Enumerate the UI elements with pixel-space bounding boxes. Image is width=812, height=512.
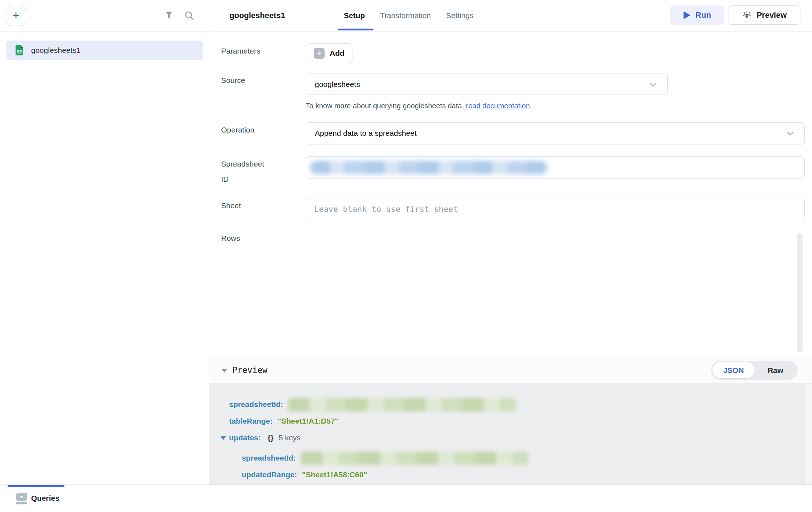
- query-list-item-googlesheets1[interactable]: googlesheets1: [6, 41, 203, 60]
- rows-editor-wrap: 12345678910 [ { "name": "John", "email":…: [306, 230, 805, 357]
- bottom-panel-bar: Queries: [0, 484, 812, 512]
- query-tabs: Setup Transformation Settings: [344, 0, 474, 31]
- preview-json-tree: spreadsheetId:tableRange:"Sheet1!A1:D57"…: [209, 384, 812, 484]
- chevron-down-icon: [786, 129, 795, 138]
- preview-key: tableRange:: [229, 417, 272, 425]
- chevron-down-icon: [648, 80, 658, 89]
- preview-entry: updates:{}5 keys: [229, 429, 812, 446]
- tab-setup[interactable]: Setup: [344, 11, 365, 20]
- source-label: Source: [221, 73, 268, 88]
- source-value: googlesheets: [315, 74, 360, 95]
- eye-icon: [742, 10, 752, 20]
- preview-string-value: "Sheet1!A1:D57": [278, 417, 338, 425]
- preview-header-bar: Preview JSON Raw: [209, 357, 812, 384]
- redacted-spreadsheet-id: [310, 161, 547, 174]
- spreadsheet-id-label: Spreadsheet ID: [221, 156, 268, 187]
- read-documentation-link[interactable]: read documentation: [466, 102, 530, 110]
- object-key-count: 5 keys: [279, 433, 301, 442]
- preview-scroll-gutter: [806, 384, 812, 484]
- add-query-button[interactable]: +: [6, 6, 26, 26]
- play-icon: [684, 11, 690, 19]
- sheet-field: [306, 198, 805, 220]
- redacted-value: [288, 398, 516, 411]
- filter-icon[interactable]: [164, 10, 174, 20]
- preview-key: spreadsheetId:: [229, 400, 283, 409]
- preview-key: spreadsheetId:: [242, 454, 296, 462]
- preview-entry: spreadsheetId:: [229, 396, 812, 413]
- parameters-label: Parameters: [221, 43, 268, 59]
- object-braces: {}: [268, 433, 274, 442]
- operation-select[interactable]: Append data to a spreadsheet: [306, 122, 805, 144]
- operation-value: Append data to a spreadsheet: [315, 123, 416, 144]
- query-editor-screen: + googlesheets1 googlesheets1: [0, 0, 812, 512]
- preview-button[interactable]: Preview: [728, 5, 800, 25]
- preview-entry: updatedRange:"Sheet1!A58:C60": [229, 466, 812, 483]
- expand-caret-icon[interactable]: [220, 436, 226, 440]
- spreadsheet-id-input[interactable]: [306, 156, 805, 179]
- preview-key: updatedRange:: [242, 470, 297, 479]
- queries-panel-icon: [16, 492, 28, 505]
- sidebar-toolbar: +: [0, 0, 209, 32]
- preview-key: updates:: [229, 433, 261, 442]
- editor-scrollbar[interactable]: [797, 233, 803, 353]
- redacted-value: [301, 452, 529, 465]
- toggle-json[interactable]: JSON: [712, 362, 754, 378]
- preview-entry: tableRange:"Sheet1!A1:D57": [229, 413, 812, 429]
- sheet-label: Sheet: [221, 198, 268, 213]
- query-list-sidebar: + googlesheets1: [0, 0, 209, 484]
- source-select[interactable]: googlesheets: [306, 74, 668, 95]
- preview-entry: spreadsheetId:: [229, 450, 812, 466]
- toggle-raw[interactable]: Raw: [754, 366, 796, 375]
- preview-format-toggle: JSON Raw: [711, 361, 798, 380]
- run-button[interactable]: Run: [670, 5, 724, 25]
- preview-title: Preview: [232, 357, 267, 383]
- query-editor-main: googlesheets1 Setup Transformation Setti…: [209, 0, 812, 484]
- search-icon[interactable]: [184, 10, 195, 21]
- query-title: googlesheets1: [229, 0, 285, 31]
- queries-tab-label[interactable]: Queries: [31, 485, 59, 512]
- collapse-caret-icon[interactable]: [221, 369, 227, 373]
- plus-icon: +: [314, 48, 325, 59]
- google-sheets-icon: [16, 45, 23, 55]
- tab-settings[interactable]: Settings: [446, 11, 474, 20]
- preview-string-value: "Sheet1!A58:C60": [302, 470, 367, 479]
- add-parameter-button[interactable]: + Add: [306, 43, 352, 63]
- tab-transformation[interactable]: Transformation: [380, 11, 431, 20]
- query-header: googlesheets1 Setup Transformation Setti…: [209, 0, 812, 32]
- query-item-label: googlesheets1: [31, 46, 81, 55]
- operation-label: Operation: [221, 122, 268, 138]
- rows-label: Rows: [221, 231, 268, 246]
- source-helper-text: To know more about querying googlesheets…: [306, 102, 530, 110]
- sheet-input[interactable]: [306, 198, 804, 220]
- active-tab-indicator: [338, 29, 373, 30]
